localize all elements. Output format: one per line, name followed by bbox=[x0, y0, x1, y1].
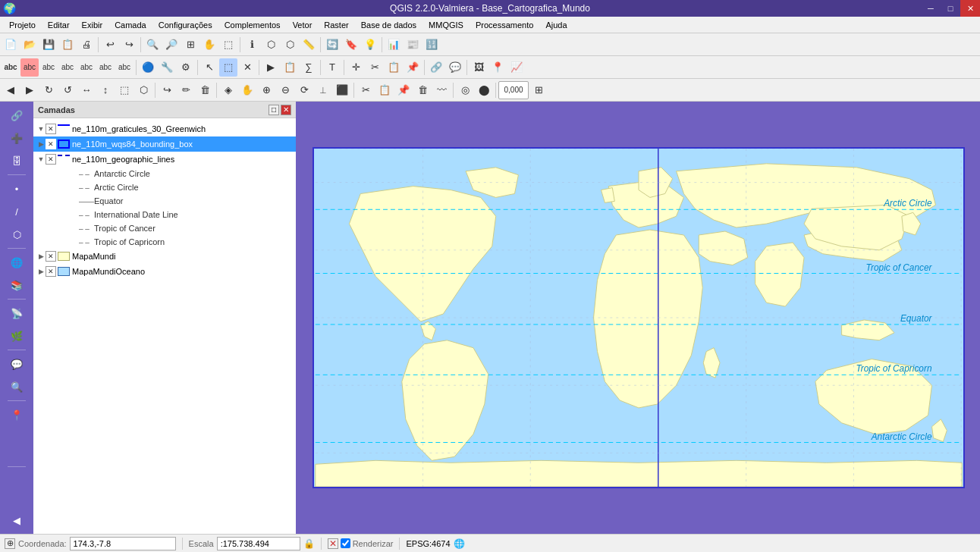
maximize-button[interactable]: □ bbox=[941, 0, 960, 17]
zoom-out-button[interactable]: 🔎 bbox=[162, 36, 181, 54]
draw-point-tool[interactable]: • bbox=[6, 178, 27, 199]
copy2-btn[interactable]: 📋 bbox=[375, 81, 394, 99]
browser-panel-tool[interactable]: 🌐 bbox=[6, 252, 27, 273]
print-button[interactable]: 🖨 bbox=[77, 36, 96, 54]
spatial-bookmarks-button[interactable]: 🔖 bbox=[342, 36, 360, 54]
sublayer-antarctic-circle[interactable]: – – Antarctic Circle bbox=[33, 167, 296, 180]
map-tips-btn[interactable]: 💬 bbox=[446, 58, 464, 77]
snap-btn[interactable]: 🔗 bbox=[427, 58, 445, 77]
identify-button[interactable]: ℹ bbox=[243, 36, 261, 54]
redo2-btn[interactable]: ↪ bbox=[158, 81, 176, 99]
flip-v-btn[interactable]: ↕ bbox=[96, 81, 115, 99]
scale-input[interactable] bbox=[217, 537, 300, 550]
gps-tool[interactable]: 📡 bbox=[6, 303, 27, 324]
move-tool-btn[interactable]: ✋ bbox=[238, 81, 256, 99]
menu-base-de-dados[interactable]: Base de dados bbox=[355, 19, 422, 31]
menu-ajuda[interactable]: Ajuda bbox=[539, 19, 573, 31]
menu-vetor[interactable]: Vetor bbox=[287, 19, 319, 31]
zoom-selection-button[interactable]: ⬚ bbox=[219, 36, 237, 54]
layer-expand-mapa-mundi-oceano[interactable]: ▶ bbox=[36, 267, 46, 276]
layer-check-mapa-mundi-oceano[interactable] bbox=[46, 266, 56, 277]
select-feature-btn[interactable]: ⬚ bbox=[219, 58, 237, 77]
menu-complementos[interactable]: Complementos bbox=[218, 19, 287, 31]
close-button[interactable]: ✕ bbox=[960, 0, 980, 17]
fill-ring-btn[interactable]: ⬤ bbox=[475, 81, 493, 99]
label-size-btn[interactable]: abc bbox=[96, 58, 115, 77]
save-as-button[interactable]: 📋 bbox=[58, 36, 77, 54]
spatial-query-tool[interactable]: 🔍 bbox=[6, 376, 27, 397]
georef-btn[interactable]: 📍 bbox=[488, 58, 507, 77]
paste-features-btn[interactable]: 📌 bbox=[404, 58, 422, 77]
settings-btn[interactable]: ⚙ bbox=[177, 58, 195, 77]
layer-item-mapa-mundi[interactable]: ▶ MapaMundi bbox=[33, 249, 296, 264]
redo-button[interactable]: ↪ bbox=[120, 36, 138, 54]
cancel-render-icon[interactable]: ✕ bbox=[328, 538, 338, 549]
coord-icon[interactable]: ⊕ bbox=[5, 538, 15, 549]
flip-h-btn[interactable]: ↔ bbox=[77, 81, 96, 99]
label-change-btn[interactable]: abc bbox=[115, 58, 133, 77]
add-layer-tool[interactable]: ➕ bbox=[6, 127, 27, 149]
reshape-btn[interactable]: ⟳ bbox=[295, 81, 313, 99]
georef-tool[interactable]: 📍 bbox=[6, 404, 27, 425]
layer-check-mapa-mundi[interactable] bbox=[46, 251, 56, 262]
layer-item-bounding-box[interactable]: ▶ ne_110m_wqs84_bounding_box bbox=[33, 136, 296, 152]
split-btn[interactable]: ⟂ bbox=[314, 81, 332, 99]
label-tool-btn[interactable]: abc bbox=[2, 58, 20, 77]
label-rotate-btn[interactable]: abc bbox=[77, 58, 96, 77]
draw-polygon-tool[interactable]: ⬡ bbox=[6, 224, 27, 245]
field-calculator-button[interactable]: 🔢 bbox=[422, 36, 441, 54]
render-checkbox[interactable] bbox=[341, 538, 350, 548]
plugin-manager-btn[interactable]: 🔧 bbox=[158, 58, 176, 77]
add-wms-tool[interactable]: 🔗 bbox=[6, 105, 27, 126]
cut2-btn[interactable]: ✂ bbox=[357, 81, 375, 99]
del-part-btn[interactable]: ⊖ bbox=[276, 81, 294, 99]
coord-input[interactable] bbox=[70, 537, 176, 550]
open-table-btn[interactable]: 📋 bbox=[281, 58, 299, 77]
layer-item-mapa-mundi-oceano[interactable]: ▶ MapaMundiOceano bbox=[33, 264, 296, 279]
scale-lock-icon[interactable]: 🔒 bbox=[303, 538, 315, 549]
feature-action-btn[interactable]: ▶ bbox=[262, 58, 280, 77]
deselect-button[interactable]: ⬡ bbox=[281, 36, 299, 54]
menu-editar[interactable]: Editar bbox=[42, 19, 76, 31]
sublayer-cancer[interactable]: – – Tropic of Cancer bbox=[33, 221, 296, 235]
layers-panel-restore-button[interactable]: □ bbox=[269, 105, 279, 115]
layer-props-btn[interactable]: 🔵 bbox=[139, 58, 157, 77]
menu-raster[interactable]: Raster bbox=[318, 19, 354, 31]
menu-mmqgis[interactable]: MMQGIS bbox=[422, 19, 470, 31]
undo-button[interactable]: ↩ bbox=[101, 36, 119, 54]
open-project-button[interactable]: 📂 bbox=[20, 36, 39, 54]
pencil-btn[interactable]: ✏ bbox=[177, 81, 195, 99]
copy-features-btn[interactable]: 📋 bbox=[385, 58, 403, 77]
tips-button[interactable]: 💡 bbox=[361, 36, 379, 54]
simplify-btn[interactable]: 〰 bbox=[432, 81, 451, 99]
compass-btn[interactable]: ✛ bbox=[347, 58, 365, 77]
sublayer-idl[interactable]: – – International Date Line bbox=[33, 208, 296, 221]
add-part-btn[interactable]: ⊕ bbox=[257, 81, 275, 99]
sublayer-capricorn[interactable]: – – Tropic of Capricorn bbox=[33, 235, 296, 249]
scale-btn[interactable]: ⬚ bbox=[115, 81, 133, 99]
ring-btn[interactable]: ◎ bbox=[456, 81, 474, 99]
wms-preview-btn[interactable]: 🖼 bbox=[470, 58, 488, 77]
back-btn[interactable]: ◀ bbox=[2, 81, 20, 99]
layer-item-graticules[interactable]: ▼ ne_110m_graticules_30_Greenwich bbox=[33, 121, 296, 136]
sublayer-equator[interactable]: —— Equator bbox=[33, 194, 296, 208]
layer-check-geographic-lines[interactable] bbox=[46, 154, 56, 165]
layers-panel-close-button[interactable]: ✕ bbox=[281, 105, 291, 115]
label-move-btn[interactable]: abc bbox=[58, 58, 77, 77]
layer-expand-bounding-box[interactable]: ▶ bbox=[36, 140, 46, 149]
node-tool-btn[interactable]: ◈ bbox=[219, 81, 237, 99]
menu-exibir[interactable]: Exibir bbox=[76, 19, 109, 31]
forward-btn[interactable]: ▶ bbox=[20, 81, 39, 99]
zoom-in-button[interactable]: 🔍 bbox=[143, 36, 162, 54]
composer-button[interactable]: 📰 bbox=[404, 36, 422, 54]
menu-camada[interactable]: Camada bbox=[108, 19, 152, 31]
add-text-btn[interactable]: T bbox=[323, 58, 341, 77]
crs-icon[interactable]: 🌐 bbox=[454, 538, 465, 549]
attributes-table-button[interactable]: 📊 bbox=[385, 36, 403, 54]
layer-order-tool[interactable]: 📚 bbox=[6, 274, 27, 296]
snap-to-grid-btn[interactable]: ⊞ bbox=[529, 81, 548, 99]
label-pin-btn[interactable]: abc bbox=[20, 58, 39, 77]
stat-summary-btn[interactable]: ∑ bbox=[300, 58, 318, 77]
zoom-full-button[interactable]: ⊞ bbox=[181, 36, 199, 54]
map-area[interactable]: Arctic Circle Tropic of Cancer Equator T… bbox=[297, 102, 980, 534]
